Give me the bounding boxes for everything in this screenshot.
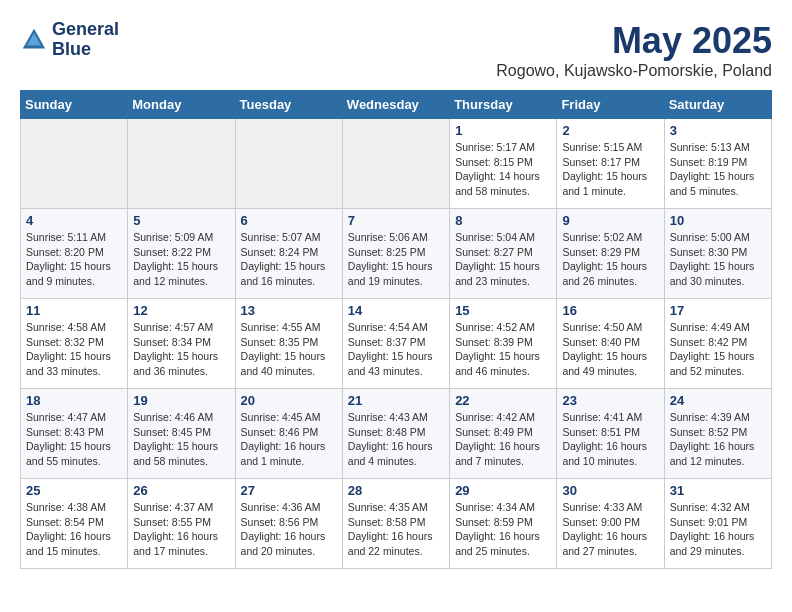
day-info: Sunrise: 4:38 AMSunset: 8:54 PMDaylight:…	[26, 500, 122, 559]
weekday-header-row: SundayMondayTuesdayWednesdayThursdayFrid…	[21, 91, 772, 119]
calendar-cell: 31Sunrise: 4:32 AMSunset: 9:01 PMDayligh…	[664, 479, 771, 569]
day-info: Sunrise: 5:09 AMSunset: 8:22 PMDaylight:…	[133, 230, 229, 289]
day-number: 7	[348, 213, 444, 228]
calendar-cell: 19Sunrise: 4:46 AMSunset: 8:45 PMDayligh…	[128, 389, 235, 479]
calendar-cell: 29Sunrise: 4:34 AMSunset: 8:59 PMDayligh…	[450, 479, 557, 569]
day-info: Sunrise: 4:35 AMSunset: 8:58 PMDaylight:…	[348, 500, 444, 559]
day-number: 18	[26, 393, 122, 408]
calendar-cell	[342, 119, 449, 209]
day-info: Sunrise: 4:37 AMSunset: 8:55 PMDaylight:…	[133, 500, 229, 559]
calendar-cell: 21Sunrise: 4:43 AMSunset: 8:48 PMDayligh…	[342, 389, 449, 479]
location-subtitle: Rogowo, Kujawsko-Pomorskie, Poland	[496, 62, 772, 80]
day-info: Sunrise: 5:07 AMSunset: 8:24 PMDaylight:…	[241, 230, 337, 289]
logo-line1: General	[52, 20, 119, 40]
calendar-table: SundayMondayTuesdayWednesdayThursdayFrid…	[20, 90, 772, 569]
day-number: 20	[241, 393, 337, 408]
day-number: 10	[670, 213, 766, 228]
day-number: 9	[562, 213, 658, 228]
calendar-week-row: 25Sunrise: 4:38 AMSunset: 8:54 PMDayligh…	[21, 479, 772, 569]
calendar-week-row: 1Sunrise: 5:17 AMSunset: 8:15 PMDaylight…	[21, 119, 772, 209]
calendar-cell: 3Sunrise: 5:13 AMSunset: 8:19 PMDaylight…	[664, 119, 771, 209]
day-number: 21	[348, 393, 444, 408]
calendar-cell: 30Sunrise: 4:33 AMSunset: 9:00 PMDayligh…	[557, 479, 664, 569]
day-info: Sunrise: 4:39 AMSunset: 8:52 PMDaylight:…	[670, 410, 766, 469]
calendar-cell	[235, 119, 342, 209]
calendar-cell: 2Sunrise: 5:15 AMSunset: 8:17 PMDaylight…	[557, 119, 664, 209]
day-number: 3	[670, 123, 766, 138]
day-number: 5	[133, 213, 229, 228]
day-info: Sunrise: 4:54 AMSunset: 8:37 PMDaylight:…	[348, 320, 444, 379]
day-number: 22	[455, 393, 551, 408]
calendar-cell: 20Sunrise: 4:45 AMSunset: 8:46 PMDayligh…	[235, 389, 342, 479]
day-number: 14	[348, 303, 444, 318]
calendar-cell: 17Sunrise: 4:49 AMSunset: 8:42 PMDayligh…	[664, 299, 771, 389]
weekday-header-thursday: Thursday	[450, 91, 557, 119]
calendar-cell: 15Sunrise: 4:52 AMSunset: 8:39 PMDayligh…	[450, 299, 557, 389]
day-number: 6	[241, 213, 337, 228]
calendar-cell: 6Sunrise: 5:07 AMSunset: 8:24 PMDaylight…	[235, 209, 342, 299]
logo: General Blue	[20, 20, 119, 60]
calendar-cell: 4Sunrise: 5:11 AMSunset: 8:20 PMDaylight…	[21, 209, 128, 299]
day-info: Sunrise: 5:02 AMSunset: 8:29 PMDaylight:…	[562, 230, 658, 289]
day-number: 17	[670, 303, 766, 318]
day-info: Sunrise: 4:50 AMSunset: 8:40 PMDaylight:…	[562, 320, 658, 379]
calendar-cell: 28Sunrise: 4:35 AMSunset: 8:58 PMDayligh…	[342, 479, 449, 569]
day-number: 1	[455, 123, 551, 138]
weekday-header-sunday: Sunday	[21, 91, 128, 119]
day-info: Sunrise: 5:11 AMSunset: 8:20 PMDaylight:…	[26, 230, 122, 289]
calendar-week-row: 4Sunrise: 5:11 AMSunset: 8:20 PMDaylight…	[21, 209, 772, 299]
calendar-cell: 27Sunrise: 4:36 AMSunset: 8:56 PMDayligh…	[235, 479, 342, 569]
calendar-cell: 1Sunrise: 5:17 AMSunset: 8:15 PMDaylight…	[450, 119, 557, 209]
day-info: Sunrise: 5:17 AMSunset: 8:15 PMDaylight:…	[455, 140, 551, 199]
day-info: Sunrise: 4:58 AMSunset: 8:32 PMDaylight:…	[26, 320, 122, 379]
calendar-cell: 14Sunrise: 4:54 AMSunset: 8:37 PMDayligh…	[342, 299, 449, 389]
day-info: Sunrise: 4:46 AMSunset: 8:45 PMDaylight:…	[133, 410, 229, 469]
weekday-header-saturday: Saturday	[664, 91, 771, 119]
day-number: 2	[562, 123, 658, 138]
calendar-week-row: 11Sunrise: 4:58 AMSunset: 8:32 PMDayligh…	[21, 299, 772, 389]
day-info: Sunrise: 5:06 AMSunset: 8:25 PMDaylight:…	[348, 230, 444, 289]
day-number: 24	[670, 393, 766, 408]
title-block: May 2025 Rogowo, Kujawsko-Pomorskie, Pol…	[496, 20, 772, 80]
day-number: 11	[26, 303, 122, 318]
day-number: 12	[133, 303, 229, 318]
day-number: 27	[241, 483, 337, 498]
logo-line2: Blue	[52, 40, 119, 60]
calendar-cell: 12Sunrise: 4:57 AMSunset: 8:34 PMDayligh…	[128, 299, 235, 389]
calendar-week-row: 18Sunrise: 4:47 AMSunset: 8:43 PMDayligh…	[21, 389, 772, 479]
calendar-cell: 8Sunrise: 5:04 AMSunset: 8:27 PMDaylight…	[450, 209, 557, 299]
calendar-cell: 9Sunrise: 5:02 AMSunset: 8:29 PMDaylight…	[557, 209, 664, 299]
weekday-header-friday: Friday	[557, 91, 664, 119]
calendar-cell: 16Sunrise: 4:50 AMSunset: 8:40 PMDayligh…	[557, 299, 664, 389]
day-number: 15	[455, 303, 551, 318]
day-number: 8	[455, 213, 551, 228]
calendar-cell: 26Sunrise: 4:37 AMSunset: 8:55 PMDayligh…	[128, 479, 235, 569]
calendar-cell: 18Sunrise: 4:47 AMSunset: 8:43 PMDayligh…	[21, 389, 128, 479]
day-info: Sunrise: 5:13 AMSunset: 8:19 PMDaylight:…	[670, 140, 766, 199]
day-info: Sunrise: 4:55 AMSunset: 8:35 PMDaylight:…	[241, 320, 337, 379]
day-info: Sunrise: 4:42 AMSunset: 8:49 PMDaylight:…	[455, 410, 551, 469]
calendar-cell: 25Sunrise: 4:38 AMSunset: 8:54 PMDayligh…	[21, 479, 128, 569]
calendar-cell	[128, 119, 235, 209]
day-number: 29	[455, 483, 551, 498]
day-number: 26	[133, 483, 229, 498]
calendar-cell: 11Sunrise: 4:58 AMSunset: 8:32 PMDayligh…	[21, 299, 128, 389]
calendar-cell: 10Sunrise: 5:00 AMSunset: 8:30 PMDayligh…	[664, 209, 771, 299]
weekday-header-wednesday: Wednesday	[342, 91, 449, 119]
day-info: Sunrise: 4:41 AMSunset: 8:51 PMDaylight:…	[562, 410, 658, 469]
day-number: 25	[26, 483, 122, 498]
day-info: Sunrise: 4:32 AMSunset: 9:01 PMDaylight:…	[670, 500, 766, 559]
calendar-cell: 7Sunrise: 5:06 AMSunset: 8:25 PMDaylight…	[342, 209, 449, 299]
day-info: Sunrise: 5:00 AMSunset: 8:30 PMDaylight:…	[670, 230, 766, 289]
calendar-cell: 13Sunrise: 4:55 AMSunset: 8:35 PMDayligh…	[235, 299, 342, 389]
calendar-cell: 22Sunrise: 4:42 AMSunset: 8:49 PMDayligh…	[450, 389, 557, 479]
day-info: Sunrise: 4:57 AMSunset: 8:34 PMDaylight:…	[133, 320, 229, 379]
day-number: 30	[562, 483, 658, 498]
day-info: Sunrise: 5:15 AMSunset: 8:17 PMDaylight:…	[562, 140, 658, 199]
day-info: Sunrise: 4:43 AMSunset: 8:48 PMDaylight:…	[348, 410, 444, 469]
day-number: 16	[562, 303, 658, 318]
logo-icon	[20, 26, 48, 54]
day-info: Sunrise: 4:47 AMSunset: 8:43 PMDaylight:…	[26, 410, 122, 469]
day-info: Sunrise: 4:52 AMSunset: 8:39 PMDaylight:…	[455, 320, 551, 379]
calendar-cell: 5Sunrise: 5:09 AMSunset: 8:22 PMDaylight…	[128, 209, 235, 299]
